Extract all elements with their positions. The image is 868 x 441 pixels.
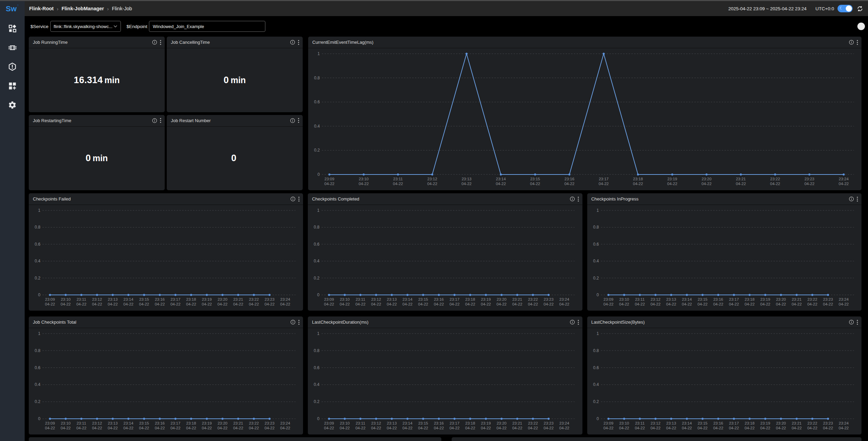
svg-text:04-22: 04-22 [249,426,259,430]
kebab-menu-icon[interactable] [578,320,579,325]
time-range-picker[interactable]: 2025-04-22 23:09 ~ 2025-04-22 23:24 [728,6,807,11]
line-chart[interactable]: 00.20.40.60.8123:0904-2223:1004-2223:110… [587,205,861,311]
svg-text:23:16: 23:16 [434,297,444,301]
sidebar-item-infrastructure[interactable] [5,41,19,54]
svg-text:23:20: 23:20 [776,421,786,425]
line-chart[interactable]: 00.20.40.60.8123:0904-2223:1004-2223:110… [308,48,861,190]
panel-title: Checkpoints Failed [33,196,288,202]
line-chart[interactable]: 00.20.40.60.8123:0904-2223:1004-2223:110… [29,205,303,311]
breadcrumb-item-job[interactable]: Flink-Job [112,6,132,11]
svg-text:23:11: 23:11 [356,421,365,425]
sidebar-item-settings[interactable] [5,98,19,112]
dark-mode-toggle[interactable]: ☾ [838,5,853,12]
svg-text:0.6: 0.6 [35,365,40,370]
info-icon[interactable] [152,40,157,45]
kebab-menu-icon[interactable] [298,40,299,45]
line-chart[interactable]: 00.20.40.60.8123:0904-2223:1004-2223:110… [587,328,861,434]
info-icon[interactable] [849,40,854,45]
svg-text:23:19: 23:19 [481,297,491,301]
sidebar-item-alerting[interactable] [5,60,19,74]
kebab-menu-icon[interactable] [298,196,300,202]
svg-text:04-22: 04-22 [123,426,133,430]
endpoint-input[interactable] [149,21,265,32]
svg-text:23:20: 23:20 [217,297,227,301]
panel-header: Job Checkpoints Total [29,316,303,328]
svg-text:04-22: 04-22 [61,302,71,306]
svg-text:23:22: 23:22 [249,421,259,425]
svg-text:23:23: 23:23 [804,177,814,181]
refresh-button[interactable] [857,5,863,12]
svg-text:0.2: 0.2 [35,399,40,404]
svg-text:04-22: 04-22 [729,426,739,430]
svg-text:0: 0 [317,172,320,177]
svg-text:23:24: 23:24 [559,421,569,425]
panel-header: Checkpoints InProgress [587,193,861,205]
line-chart[interactable]: 00.20.40.60.8123:0904-2223:1004-2223:110… [308,205,582,311]
info-icon[interactable] [849,196,854,202]
sidebar-item-marketplace[interactable] [5,22,19,35]
chart-checkpoints-completed: Checkpoints Completed 00.20.40.60.8123:0… [308,193,582,311]
breadcrumb-item-root[interactable]: Flink-Root [29,6,54,11]
sidebar-item-dashboards[interactable] [5,79,19,93]
breadcrumb-separator: › [57,6,59,12]
svg-text:04-22: 04-22 [45,426,55,430]
info-icon[interactable] [290,40,295,45]
info-icon[interactable] [570,320,575,325]
svg-text:04-22: 04-22 [123,302,133,306]
kebab-menu-icon[interactable] [857,196,858,202]
svg-text:04-22: 04-22 [45,302,55,306]
svg-text:23:18: 23:18 [186,297,196,301]
svg-text:04-22: 04-22 [403,302,413,306]
svg-text:23:19: 23:19 [481,421,491,425]
line-chart[interactable]: 00.20.40.60.8123:0904-2223:1004-2223:110… [29,328,303,434]
svg-text:23:24: 23:24 [280,421,290,425]
info-icon[interactable] [290,320,295,325]
kebab-menu-icon[interactable] [160,40,161,45]
svg-text:23:10: 23:10 [619,421,629,425]
info-icon[interactable] [290,118,295,123]
metric-value: 0 [231,153,236,164]
svg-text:23:19: 23:19 [760,297,770,301]
svg-text:04-22: 04-22 [403,426,413,430]
line-chart[interactable]: 00.20.40.60.8123:0904-2223:1004-2223:110… [308,328,582,434]
svg-text:04-22: 04-22 [355,426,365,430]
panel-header: Job RestartingTime [29,115,165,127]
svg-text:0.4: 0.4 [35,382,40,387]
svg-text:23:21: 23:21 [792,297,802,301]
card-job-cancelling-time: Job CancellingTime 0 min [167,37,303,112]
svg-text:23:15: 23:15 [418,297,428,301]
svg-text:04-22: 04-22 [186,302,196,306]
kebab-menu-icon[interactable] [857,40,858,45]
svg-text:04-22: 04-22 [512,302,522,306]
chevron-down-icon [113,25,117,28]
info-icon[interactable] [570,196,575,202]
filter-toggle-knob[interactable] [857,23,865,30]
svg-text:23:13: 23:13 [462,177,471,181]
skywalking-logo[interactable]: Sw ’ [6,4,19,16]
svg-text:04-22: 04-22 [682,426,692,430]
info-icon[interactable] [290,196,295,202]
svg-text:23:19: 23:19 [667,177,677,181]
info-icon[interactable] [849,320,854,325]
service-select[interactable]: flink::flink.skywalking-showc... [50,21,121,32]
svg-text:0.2: 0.2 [314,276,320,281]
metric-unit: min [92,153,108,163]
kebab-menu-icon[interactable] [160,118,161,123]
svg-text:04-22: 04-22 [171,302,180,306]
svg-text:23:21: 23:21 [792,421,802,425]
svg-text:23:18: 23:18 [744,421,754,425]
breadcrumb-item-jobmanager[interactable]: Flink-JobManager [62,6,104,11]
svg-text:23:11: 23:11 [635,421,644,425]
kebab-menu-icon[interactable] [298,320,300,325]
svg-text:04-22: 04-22 [770,182,780,186]
svg-text:0.4: 0.4 [35,259,40,263]
kebab-menu-icon[interactable] [298,118,299,123]
chart-last-checkpoint-duration: LastCheckpointDuration(ms) 00.20.40.60.8… [308,316,582,434]
svg-text:1: 1 [317,208,320,213]
svg-text:0.2: 0.2 [314,399,320,404]
kebab-menu-icon[interactable] [578,196,579,202]
kebab-menu-icon[interactable] [857,320,858,325]
svg-text:23:11: 23:11 [393,177,403,181]
svg-text:04-22: 04-22 [697,426,707,430]
info-icon[interactable] [152,118,157,123]
